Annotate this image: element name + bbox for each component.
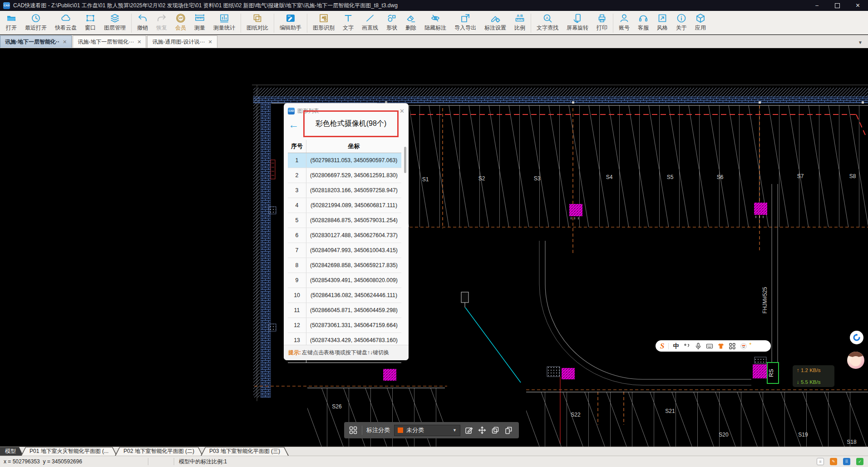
graphics-list-panel: CAD 图形列表 ✕ ← 彩色枪式摄像机(98个) 序号 坐标 1(502798…: [284, 103, 409, 360]
vip-member-button[interactable]: VIP 会员: [171, 13, 190, 32]
import-export-button[interactable]: 导入导出: [450, 13, 480, 32]
sheet-tab-model[interactable]: 模型: [0, 447, 23, 456]
minimize-button[interactable]: –: [807, 0, 827, 11]
keyboard-icon[interactable]: [706, 343, 713, 350]
cloud-drive-button[interactable]: 快看云盘: [51, 13, 81, 32]
ime-language-toggle[interactable]: 中: [673, 342, 679, 350]
table-row[interactable]: 3(502818203.166, 3450597258.947): [288, 183, 401, 198]
undo-label: 撤销: [137, 24, 148, 32]
stall-label: S19: [798, 432, 808, 438]
browser-float-icon[interactable]: [850, 331, 863, 344]
shape-recognize-button[interactable]: 图形识别: [309, 13, 339, 32]
tray-input-method-icon[interactable]: ⠿: [843, 458, 850, 465]
user-avatar[interactable]: [847, 352, 864, 369]
cad-canvas[interactable]: S1 S2 S3 S4 S5 S6 S7 S8 FHJM#525 RS S26: [0, 48, 868, 447]
drawing-compare-button[interactable]: 图纸对比: [242, 13, 272, 32]
microphone-icon[interactable]: [695, 343, 702, 350]
doc-tab-3[interactable]: 讯施-通用图-设计说··· ✕: [147, 35, 217, 48]
table-row[interactable]: 4(502821994.089, 3450606817.111): [288, 198, 401, 213]
measure-stats-label: 测量统计: [213, 24, 235, 32]
upload-speed: ↑ 1.2 KB/s: [797, 368, 830, 373]
table-row[interactable]: 8(502842698.858, 3450659217.835): [288, 258, 401, 273]
layer-manager-button[interactable]: 图层管理: [100, 13, 130, 32]
annotation-settings-label: 标注设置: [484, 24, 506, 32]
table-row[interactable]: 6(502830127.488, 3450627604.737): [288, 228, 401, 243]
about-button[interactable]: 关于: [672, 13, 691, 32]
sparkle-icon: ✦: [749, 342, 752, 346]
sheet-tab-p03[interactable]: P03 地下室智能化平面图 (三): [201, 447, 289, 456]
doc-tab-2-close-icon[interactable]: ✕: [137, 39, 141, 45]
measure-stats-button[interactable]: 测量统计: [209, 13, 239, 32]
doc-tab-1[interactable]: 讯施-地下一层智能化·· ✕: [0, 35, 72, 48]
undo-button[interactable]: 撤销: [133, 13, 152, 32]
close-button[interactable]: ✕: [848, 0, 868, 11]
doc-tab-2[interactable]: 讯施-地下一层智能化··· ✕: [73, 35, 146, 48]
hide-annotation-button[interactable]: 隐藏标注: [420, 13, 450, 32]
col-coord-header: 坐标: [306, 140, 402, 153]
emoji-face-icon[interactable]: [740, 343, 747, 350]
import-export-icon: [460, 13, 471, 24]
edit-assistant-label: 编辑助手: [280, 24, 301, 32]
draw-line-button[interactable]: 画直线: [358, 13, 382, 32]
window-tool-button[interactable]: 窗口: [81, 13, 100, 32]
panel-scrollbar[interactable]: [404, 147, 406, 173]
table-row[interactable]: 7(502840947.993, 3450610043.415): [288, 243, 401, 258]
print-button[interactable]: 打印: [592, 13, 612, 32]
app-logo-icon: CAD: [3, 2, 10, 9]
shapes-button[interactable]: 形状: [382, 13, 401, 32]
delete-button[interactable]: 删除: [401, 13, 420, 32]
table-row[interactable]: 1(502798311.053, 3450590597.063): [288, 153, 401, 168]
tray-document-icon[interactable]: ≡: [817, 458, 824, 465]
table-row[interactable]: 5(502828846.875, 3450579031.254): [288, 213, 401, 228]
punctuation-icon[interactable]: [683, 343, 690, 350]
grid-icon[interactable]: [349, 426, 358, 435]
sheet-tab-p02[interactable]: P02 地下室智能化平面图 (二): [115, 447, 203, 456]
open-button[interactable]: 打开: [2, 13, 21, 32]
status-bar: x = 502796353 y = 3450592696 模型中的标注比例:1 …: [0, 456, 868, 467]
stall-label: S2: [478, 175, 485, 182]
screen-rotate-label: 屏幕旋转: [567, 24, 588, 32]
shapes-label: 形状: [386, 24, 397, 32]
copy-icon[interactable]: [491, 426, 500, 435]
redo-button[interactable]: 恢复: [152, 13, 171, 32]
measure-button[interactable]: 测量: [190, 13, 209, 32]
table-row[interactable]: 11(502866045.871, 3450604459.298): [288, 303, 401, 318]
sheet-tab-p03-label: P03 地下室智能化平面图 (三): [209, 447, 280, 455]
doc-tab-1-close-icon[interactable]: ✕: [63, 39, 67, 45]
tray-security-icon[interactable]: ✓: [856, 458, 863, 465]
panel-close-icon[interactable]: ✕: [399, 108, 404, 114]
edit-annotation-icon[interactable]: [464, 426, 473, 435]
edit-assistant-button[interactable]: 编辑助手: [276, 13, 306, 32]
table-row[interactable]: 12(502873061.331, 3450647159.664): [288, 318, 401, 333]
hide-annotation-label: 隐藏标注: [424, 24, 446, 32]
style-button[interactable]: 风格: [653, 13, 672, 32]
row-coord-cell: (502830127.488, 3450627604.737): [306, 228, 402, 243]
row-no-cell: 10: [288, 288, 306, 303]
scale-button[interactable]: A:B 比例: [510, 13, 529, 32]
table-row[interactable]: 9(502854309.491, 3450608020.009): [288, 273, 401, 288]
tray-notes-icon[interactable]: ✎: [830, 458, 837, 465]
classify-dropdown[interactable]: 未分类 ▼: [394, 425, 460, 436]
doc-tab-3-close-icon[interactable]: ✕: [208, 39, 212, 45]
apps-grid-icon[interactable]: [729, 343, 736, 350]
skin-shirt-icon[interactable]: [717, 343, 725, 350]
text-tool-button[interactable]: 文字: [339, 13, 358, 32]
maximize-button[interactable]: [827, 0, 848, 11]
annotation-settings-button[interactable]: 标注设置: [480, 13, 510, 32]
recent-open-button[interactable]: 最近打开: [21, 13, 51, 32]
move-icon[interactable]: [478, 426, 487, 435]
apps-button[interactable]: 应用: [691, 13, 710, 32]
account-button[interactable]: 账号: [615, 13, 634, 32]
support-button[interactable]: 客服: [634, 13, 653, 32]
row-no-cell: 6: [288, 228, 306, 243]
tab-list-chevron-down-icon[interactable]: ▼: [853, 40, 868, 48]
paste-icon[interactable]: [504, 426, 513, 435]
back-arrow-icon[interactable]: ←: [288, 119, 299, 131]
ime-logo-icon[interactable]: S: [660, 342, 664, 350]
text-search-button[interactable]: A 文字查找: [533, 13, 562, 32]
table-row[interactable]: 10(502864136.082, 3450624446.111): [288, 288, 401, 303]
table-row[interactable]: 2(502806697.529, 3450612591.830): [288, 168, 401, 183]
sheet-tab-p01[interactable]: P01 地下室火灾智能化平面图 (...: [21, 447, 117, 456]
screen-rotate-button[interactable]: 屏幕旋转: [562, 13, 592, 32]
stall-label: S5: [667, 174, 674, 180]
